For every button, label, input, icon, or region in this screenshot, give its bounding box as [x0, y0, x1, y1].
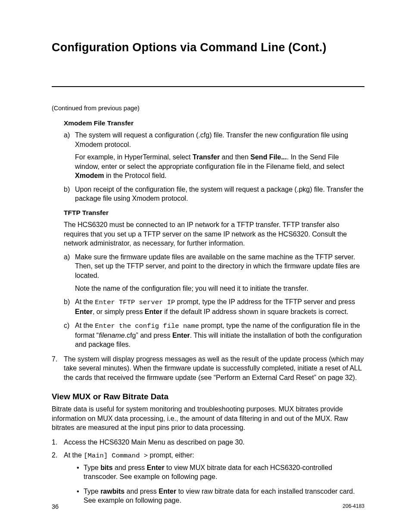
bitrate-steps: 1. Access the HCS6320 Main Menu as descr…: [52, 438, 364, 505]
bitrate-intro: Bitrate data is useful for system monito…: [52, 404, 364, 432]
xmodem-steps: a) The system will request a configurati…: [64, 131, 364, 203]
prompt-text: Enter TFTP server IP: [95, 299, 175, 306]
step-subtext: For example, in HyperTerminal, select Tr…: [75, 152, 364, 180]
document-page: Configuration Options via Command Line (…: [0, 0, 411, 532]
tftp-step-c: c) At the Enter the config file name pro…: [64, 321, 364, 349]
list-marker: 1.: [52, 438, 57, 447]
horizontal-rule: [52, 86, 364, 87]
xmodem-heading: Xmodem File Transfer: [64, 119, 364, 128]
list-marker: c): [64, 321, 69, 330]
bitrate-step-2: 2. At the [Main] Command > prompt, eithe…: [52, 451, 364, 505]
page-number: 36: [52, 503, 59, 511]
xmodem-step-b: b) Upon receipt of the configuration fil…: [64, 185, 364, 203]
step-text: Access the HCS6320 Main Menu as describe…: [64, 439, 245, 446]
tftp-heading: TFTP Transfer: [64, 208, 364, 218]
tftp-steps: a) Make sure the firmware update files a…: [64, 252, 364, 349]
main-steps: 7. The system will display progress mess…: [52, 355, 364, 383]
bitrate-step-1: 1. Access the HCS6320 Main Menu as descr…: [52, 438, 364, 447]
step-text: Upon receipt of the configuration file, …: [75, 186, 364, 202]
list-item: Type bits and press Enter to view MUX bi…: [77, 463, 364, 482]
list-marker: b): [64, 185, 70, 194]
step-text: Make sure the firmware update files are …: [75, 253, 360, 279]
prompt-text: [Main] Command >: [84, 452, 148, 460]
list-marker: b): [64, 297, 70, 307]
list-marker: a): [64, 252, 70, 262]
bitrate-heading: View MUX or Raw Bitrate Data: [52, 391, 364, 402]
continued-note: (Continued from previous page): [52, 104, 364, 113]
bitrate-options: Type bits and press Enter to view MUX bi…: [77, 463, 364, 505]
list-marker: a): [64, 131, 70, 140]
xmodem-step-a: a) The system will request a configurati…: [64, 131, 364, 180]
tftp-step-b: b) At the Enter TFTP server IP prompt, t…: [64, 297, 364, 317]
list-item: Type rawbits and press Enter to view raw…: [77, 487, 364, 505]
page-title: Configuration Options via Command Line (…: [52, 40, 364, 55]
list-marker: 7.: [52, 355, 57, 364]
prompt-text: Enter the config file name: [95, 322, 199, 330]
document-number: 206-4183: [342, 503, 364, 510]
step-text: The system will display progress message…: [64, 355, 364, 381]
tftp-intro: The HCS6320 must be connected to an IP n…: [64, 220, 364, 248]
step-subtext: Note the name of the configuration file;…: [75, 284, 364, 293]
step-7: 7. The system will display progress mess…: [52, 355, 364, 383]
list-marker: 2.: [52, 451, 57, 460]
step-text: The system will request a configuration …: [75, 131, 348, 148]
page-footer: 36 206-4183: [52, 503, 364, 511]
tftp-step-a: a) Make sure the firmware update files a…: [64, 252, 364, 293]
